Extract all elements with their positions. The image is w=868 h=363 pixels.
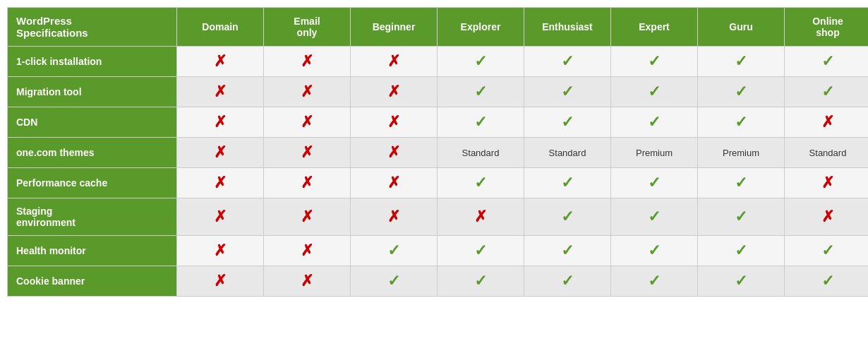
check-icon: ✓: [735, 174, 747, 191]
value-cell: ✗: [177, 47, 264, 77]
value-cell: ✓: [611, 168, 698, 198]
plan-header-beginner: Beginner: [351, 8, 438, 47]
value-cell: ✓: [524, 168, 611, 198]
check-icon: ✓: [474, 174, 487, 191]
value-cell: ✓: [611, 198, 698, 236]
plan-header-domain: Domain: [177, 8, 264, 47]
value-cell: ✓: [785, 77, 869, 107]
value-cell: ✓: [438, 107, 524, 138]
value-cell: ✗: [177, 77, 264, 107]
value-cell: ✗: [351, 138, 438, 168]
check-icon: ✓: [561, 83, 574, 100]
cross-icon: ✗: [387, 83, 400, 100]
check-icon: ✓: [474, 242, 487, 259]
text-value: Premium: [723, 148, 759, 158]
table-row: Performance cache✗✗✗✓✓✓✓✗: [8, 168, 869, 198]
value-cell: ✓: [698, 107, 785, 138]
cross-icon: ✗: [301, 242, 313, 259]
cross-icon: ✗: [301, 83, 313, 100]
value-cell: ✓: [524, 107, 611, 138]
value-cell: ✓: [438, 236, 524, 266]
value-cell: ✓: [524, 77, 611, 107]
check-icon: ✓: [735, 242, 747, 259]
cross-icon: ✗: [214, 272, 227, 290]
cross-icon: ✗: [214, 174, 227, 191]
plan-header-online-shop: Onlineshop: [785, 8, 869, 47]
check-icon: ✓: [735, 272, 747, 290]
feature-cell: Performance cache: [8, 168, 177, 198]
value-cell: ✓: [698, 168, 785, 198]
check-icon: ✓: [474, 83, 487, 100]
cross-icon: ✗: [301, 113, 313, 131]
check-icon: ✓: [561, 242, 574, 259]
value-cell: Standard: [438, 138, 524, 168]
value-cell: ✓: [611, 236, 698, 266]
value-cell: ✓: [698, 266, 785, 297]
value-cell: ✓: [611, 77, 698, 107]
table-row: Staging environment✗✗✗✗✓✓✓✗: [8, 198, 869, 236]
cross-icon: ✗: [301, 208, 313, 225]
plan-header-expert: Expert: [611, 8, 698, 47]
check-icon: ✓: [474, 52, 487, 70]
value-cell: ✗: [177, 198, 264, 236]
value-cell: ✓: [611, 47, 698, 77]
value-cell: ✓: [611, 107, 698, 138]
cross-icon: ✗: [301, 52, 313, 70]
text-value: Standard: [462, 148, 500, 158]
check-icon: ✓: [821, 52, 834, 70]
cross-icon: ✗: [387, 143, 400, 161]
cross-icon: ✗: [301, 143, 313, 161]
value-cell: ✓: [785, 266, 869, 297]
cross-icon: ✗: [214, 208, 227, 225]
table-row: Migration tool✗✗✗✓✓✓✓✓: [8, 77, 869, 107]
check-icon: ✓: [648, 242, 661, 259]
value-cell: ✗: [264, 107, 351, 138]
value-cell: ✗: [177, 266, 264, 297]
check-icon: ✓: [648, 83, 661, 100]
check-icon: ✓: [561, 174, 574, 191]
comparison-table: WordPress Specifications Domain Emailonl…: [7, 7, 868, 297]
cross-icon: ✗: [387, 174, 400, 191]
plan-header-explorer: Explorer: [438, 8, 524, 47]
value-cell: ✗: [785, 107, 869, 138]
text-value: Standard: [809, 148, 847, 158]
value-cell: Premium: [698, 138, 785, 168]
table-row: Cookie banner✗✗✓✓✓✓✓✓: [8, 266, 869, 297]
check-icon: ✓: [648, 272, 661, 290]
value-cell: ✗: [264, 138, 351, 168]
cross-icon: ✗: [214, 83, 227, 100]
value-cell: ✓: [524, 47, 611, 77]
value-cell: ✓: [785, 236, 869, 266]
feature-cell: one.com themes: [8, 138, 177, 168]
check-icon: ✓: [648, 52, 661, 70]
table-row: Health monitor✗✗✓✓✓✓✓✓: [8, 236, 869, 266]
value-cell: ✗: [264, 236, 351, 266]
table-row: one.com themes✗✗✗StandardStandardPremium…: [8, 138, 869, 168]
cross-icon: ✗: [821, 174, 834, 191]
plan-header-email-only: Emailonly: [264, 8, 351, 47]
cross-icon: ✗: [301, 272, 313, 290]
value-cell: ✗: [177, 236, 264, 266]
feature-cell: Health monitor: [8, 236, 177, 266]
cross-icon: ✗: [214, 52, 227, 70]
check-icon: ✓: [474, 113, 487, 131]
text-value: Standard: [549, 148, 586, 158]
cross-icon: ✗: [301, 174, 313, 191]
check-icon: ✓: [561, 208, 574, 225]
plan-header-guru: Guru: [698, 8, 785, 47]
check-icon: ✓: [387, 242, 400, 259]
check-icon: ✓: [561, 113, 574, 131]
check-icon: ✓: [821, 83, 834, 100]
table-row: CDN✗✗✗✓✓✓✓✗: [8, 107, 869, 138]
check-icon: ✓: [648, 113, 661, 131]
check-icon: ✓: [561, 272, 574, 290]
value-cell: ✓: [524, 236, 611, 266]
value-cell: ✓: [698, 198, 785, 236]
check-icon: ✓: [648, 174, 661, 191]
value-cell: ✗: [351, 107, 438, 138]
value-cell: ✓: [438, 47, 524, 77]
value-cell: ✓: [785, 47, 869, 77]
table-row: 1-click installation✗✗✗✓✓✓✓✓: [8, 47, 869, 77]
cross-icon: ✗: [474, 208, 487, 225]
cross-icon: ✗: [214, 242, 227, 259]
